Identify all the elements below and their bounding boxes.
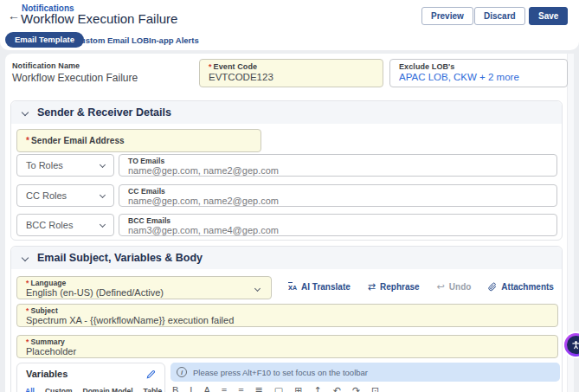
summary-value: Placeholder: [26, 346, 557, 357]
summary-label: Summary: [30, 337, 64, 346]
to-roles-value: To Roles: [26, 160, 63, 170]
info-icon: i: [177, 367, 187, 377]
bcc-emails-value: nam3@gep.com, name4@gep.com: [128, 225, 556, 235]
sender-email-label: Sender Email Address: [31, 136, 125, 145]
image-icon[interactable]: ▢: [274, 385, 283, 392]
font-color-icon[interactable]: A: [203, 385, 209, 392]
attachments-button[interactable]: Attachments: [488, 282, 554, 292]
tab-email-template[interactable]: Email Template: [5, 32, 84, 48]
language-label: Language: [30, 279, 66, 287]
event-code-field[interactable]: *Event Code EVTCODE123: [199, 59, 383, 87]
undo-button[interactable]: ↩ Undo: [437, 281, 472, 292]
italic-icon[interactable]: I: [190, 385, 192, 392]
chevron-down-icon: [100, 222, 106, 228]
variables-tabs: All Custom Domain Model Table: [17, 379, 164, 392]
exclude-lobs-field[interactable]: Exclude LOB's APAC LOB, CKW + 2 more: [389, 59, 568, 87]
redo-icon[interactable]: ↷: [352, 385, 360, 392]
toolbar-hint-text: Please press Alt+F10 to set focus on the…: [193, 368, 368, 377]
cc-emails-value: name@gep.com, name2@gep.com: [128, 196, 556, 206]
paperclip-icon: [488, 282, 497, 292]
chevron-down-icon: [22, 254, 29, 261]
chevron-down-icon: [22, 109, 29, 116]
required-marker: *: [209, 62, 212, 71]
table-icon[interactable]: ⊞: [294, 385, 302, 392]
to-emails-input[interactable]: TO Emails name@gep.com, name2@gep.com: [119, 154, 557, 177]
sender-email-input[interactable]: *Sender Email Address: [16, 129, 261, 152]
notification-name-label: Notification Name: [12, 61, 80, 70]
to-emails-label: TO Emails: [128, 157, 556, 165]
variables-title: Variables: [26, 369, 68, 379]
bcc-roles-value: BCC Roles: [26, 220, 73, 230]
required-marker: *: [26, 279, 29, 287]
page-header: ← Notifications Workflow Execution Failu…: [0, 0, 579, 29]
ai-translate-button[interactable]: xA AI Translate: [288, 282, 351, 292]
bcc-emails-label: BCC Emails: [128, 216, 556, 225]
body-section-title: Email Subject, Variables & Body: [37, 252, 203, 264]
subject-label: Subject: [30, 306, 57, 315]
language-value: English (en-US) (Defined/Active): [26, 287, 271, 298]
chevron-down-icon: [100, 192, 106, 198]
list-icon[interactable]: ≣: [255, 385, 263, 392]
required-marker: *: [26, 136, 29, 145]
undo-icon[interactable]: ↶: [333, 385, 341, 392]
save-button[interactable]: Save: [529, 7, 568, 25]
cc-roles-select[interactable]: CC Roles: [16, 184, 114, 207]
shuffle-icon: ⇄: [368, 281, 376, 292]
variables-tab-table[interactable]: Table: [144, 387, 163, 392]
email-body-section: Email Subject, Variables & Body *Languag…: [10, 246, 563, 392]
undo-arrow-icon: ↩: [437, 281, 445, 292]
align-left-icon[interactable]: ≡: [222, 385, 227, 392]
required-marker: *: [26, 337, 29, 346]
page-title: Workflow Execution Failure: [21, 11, 177, 26]
tab-custom-email-lob[interactable]: Custom Email LOB: [74, 35, 149, 45]
language-actions-toolbar: xA AI Translate ⇄ Rephrase ↩ Undo Attach…: [288, 281, 554, 292]
cc-emails-label: CC Emails: [128, 187, 556, 196]
sender-section-header[interactable]: Sender & Receiver Details: [11, 101, 562, 124]
upload-icon[interactable]: ↥: [313, 385, 321, 392]
edit-pencil-icon[interactable]: [146, 370, 156, 379]
editor-toolbar-hint-bar: i Please press Alt+F10 to set focus on t…: [170, 363, 560, 382]
bold-icon[interactable]: B: [172, 385, 178, 392]
to-roles-select[interactable]: To Roles: [16, 154, 114, 177]
sender-section-title: Sender & Receiver Details: [37, 106, 171, 119]
variables-tab-custom[interactable]: Custom: [45, 387, 73, 392]
translate-icon: xA: [288, 283, 297, 292]
variables-tab-domain-model[interactable]: Domain Model: [83, 387, 133, 392]
bcc-emails-input[interactable]: BCC Emails nam3@gep.com, name4@gep.com: [119, 214, 557, 236]
language-select[interactable]: *Language English (en-US) (Defined/Activ…: [16, 276, 272, 299]
editor-toolbar: BIA≡≡≣▢⊞↥↶↷⊡: [172, 385, 379, 392]
cc-roles-value: CC Roles: [26, 190, 67, 201]
variables-tab-all[interactable]: All: [25, 387, 35, 392]
accessibility-person-icon: [571, 340, 579, 350]
body-section-header[interactable]: Email Subject, Variables & Body: [11, 247, 562, 269]
subject-input[interactable]: *Subject Spectrum XA - {{workflowName}} …: [16, 304, 558, 327]
preview-button[interactable]: Preview: [421, 7, 473, 25]
required-marker: *: [26, 306, 29, 315]
back-arrow-icon[interactable]: ←: [8, 10, 20, 22]
event-code-value: EVTCODE123: [209, 72, 383, 82]
sender-receiver-section: Sender & Receiver Details *Sender Email …: [10, 100, 563, 241]
summary-input[interactable]: *Summary Placeholder: [16, 335, 558, 358]
bcc-roles-select[interactable]: BCC Roles: [16, 214, 114, 236]
source-icon[interactable]: ⊡: [371, 385, 379, 392]
tab-in-app-alerts[interactable]: In-app Alerts: [149, 35, 199, 45]
subject-value: Spectrum XA - {{workflowName}} execution…: [26, 315, 557, 325]
tab-bar: Email Template Custom Email LOB In-app A…: [0, 29, 579, 50]
rephrase-button[interactable]: ⇄ Rephrase: [368, 281, 420, 292]
exclude-lobs-label: Exclude LOB's: [399, 62, 567, 71]
variables-panel: Variables All Custom Domain Model Table: [16, 363, 165, 392]
align-center-icon[interactable]: ≡: [238, 385, 243, 392]
to-emails-value: name@gep.com, name2@gep.com: [128, 165, 556, 176]
discard-button[interactable]: Discard: [474, 7, 525, 25]
cc-emails-input[interactable]: CC Emails name@gep.com, name2@gep.com: [119, 184, 557, 207]
notification-editor-window: ← Notifications Workflow Execution Failu…: [0, 0, 579, 392]
chevron-down-icon: [100, 162, 106, 168]
exclude-lobs-value[interactable]: APAC LOB, CKW + 2 more: [399, 72, 567, 82]
event-code-label: Event Code: [214, 62, 258, 71]
notification-name-value: Workflow Execution Failure: [12, 72, 138, 84]
